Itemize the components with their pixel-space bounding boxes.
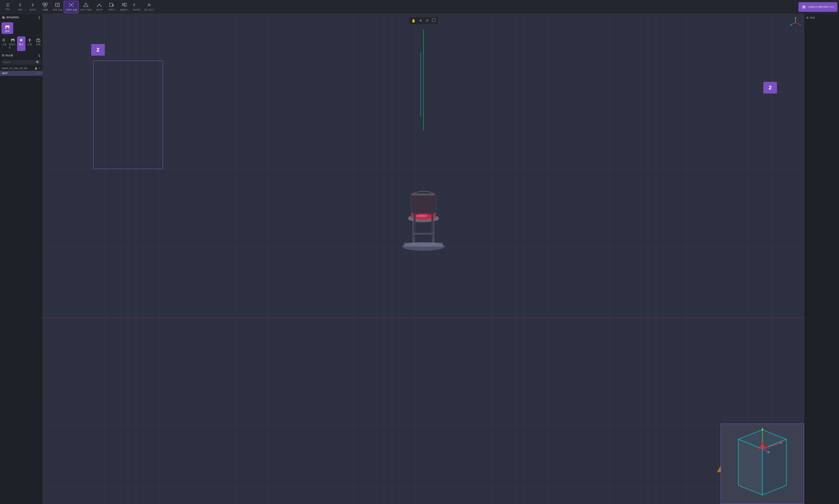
grid-snap-icon [69,3,74,7]
svg-point-9 [69,6,70,6]
svg-rect-62 [404,242,443,247]
svg-rect-39 [38,41,39,42]
sidebar-cat-interior[interactable]: 인테리어 [8,36,17,51]
svg-rect-2 [44,5,46,7]
svg-rect-63 [413,233,434,234]
cut-button[interactable]: 면찰하기 [118,1,130,13]
draw3d-icon [147,3,152,7]
sidebar-cat-nature[interactable]: 자연 [25,36,34,51]
select-tool-btn[interactable] [431,18,437,24]
deploy-icon [802,5,806,9]
grid-snap-button[interactable]: 그리드 스냅 [64,1,79,13]
back-label: 뒤로 [18,8,22,11]
number-badge-2: 2 [763,82,777,93]
special-icon [19,38,23,42]
svg-line-43 [796,22,800,25]
deploy-button[interactable]: 스페이스 배치하러 가기 [799,2,837,12]
draw3d-label: 3D 그리기 [144,8,154,11]
interior-icon [11,38,15,42]
forward-label: 앞으로 [30,8,36,11]
menu-button[interactable]: ☰ 메뉴 [2,1,14,13]
add-face-icon [109,3,114,7]
svg-text:Y: Y [796,17,797,18]
svg-marker-68 [738,439,762,495]
back-icon [18,3,22,7]
svg-rect-37 [11,39,15,40]
main-area: 📚 라이브러리 ❮ SEAT [0,14,839,504]
text3d-button[interactable]: T Text 3D [130,1,143,13]
text3d-label: Text 3D [133,8,140,11]
svg-rect-29 [5,25,9,27]
sidebar-cat-special[interactable]: 특수 [17,36,25,51]
library-item-seat[interactable]: SEAT [2,22,13,34]
library-grid: SEAT [0,21,42,35]
list-title: 리스트 [5,54,13,57]
svg-rect-34 [14,40,15,42]
list-header: ☰ 리스트 ❮ [0,52,42,59]
menu-label: 메뉴 [6,8,10,11]
svg-marker-70 [761,427,764,431]
area-snap-icon [55,3,60,7]
draw3d-button[interactable]: 3D 그리기 [143,1,156,13]
forward-button[interactable]: 앞으로 [26,1,39,13]
eye-icon: 👁 [38,67,40,70]
toolbar: ☰ 메뉴 뒤로 앞으로 그룹화 영역 스냅 그리드 스냅 메쉬 구 [0,0,839,14]
svg-rect-64 [412,194,435,195]
group-button[interactable]: 그룹화 [39,1,51,13]
properties-header: ☰ 속성 [806,16,837,19]
svg-point-56 [416,215,427,217]
add-face-button[interactable]: 면추가 [106,1,118,13]
area-snap-label: 영역 스냅 [53,8,62,11]
svg-point-10 [73,6,73,6]
deform-label: 변조작 [96,8,103,11]
svg-text:Z: Z [790,24,791,26]
library-collapse-btn[interactable]: ❮ [38,16,40,19]
mesh-struct-button[interactable]: 메쉬 구조화 [79,1,93,13]
mesh-struct-icon [84,3,88,7]
library-section: 📚 라이브러리 ❮ SEAT [0,14,42,52]
search-input[interactable] [3,61,35,64]
rotate-tool-btn[interactable]: ↺ [425,18,430,24]
spin-icon [2,38,6,42]
svg-rect-17 [110,3,113,6]
list-item[interactable]: SEAT — 👁 [0,71,42,76]
sidebar-cat-spin[interactable]: 스폰 [0,36,8,51]
library-header: 📚 라이브러리 ❮ [0,14,42,21]
library-title: 라이브러리 [6,16,19,19]
cat-nature-label: 자연 [28,43,32,46]
svg-line-45 [791,22,796,25]
list-section: ☰ 리스트 ❮ 🔍 theme_01_chair_02_low 🔒 👁 [0,52,42,504]
grid-snap-label: 그리드 스냅 [66,8,77,11]
list-item-name: theme_01_chair_02_low [2,67,33,70]
hand-tool-btn[interactable]: ✋ [410,18,417,24]
cut-label: 면찰하기 [120,8,128,11]
deform-button[interactable]: 변조작 [93,1,106,13]
sidebar-cat-arch[interactable]: 건축 [34,36,42,51]
cat-interior-label: 인테리어 [8,43,17,50]
svg-rect-0 [43,3,45,5]
green-axis-line [423,30,424,130]
chair-3d [396,182,451,257]
back-button[interactable]: 뒤로 [14,1,26,13]
deform-icon [97,3,102,7]
cut-icon [122,3,127,7]
list-item[interactable]: theme_01_chair_02_low 🔒 👁 [0,66,42,71]
svg-text:T: T [133,3,135,7]
svg-rect-33 [11,40,12,42]
lock-icon: 🔒 [35,67,37,70]
properties-panel: ☰ 속성 [804,14,839,504]
cat-special-label: 특수 [19,43,23,46]
group-label: 그룹화 [42,8,48,11]
mini-cube-svg [721,424,804,504]
seat-icon [4,24,10,30]
svg-point-16 [99,4,100,5]
area-snap-button[interactable]: 영역 스냅 [51,1,64,13]
list-collapse-btn[interactable]: ❮ [38,54,40,57]
move-tool-btn[interactable]: ✛ [418,18,423,24]
dash-icon: — [35,72,37,75]
number-badge-1: 2 [91,44,105,56]
menu-icon: ☰ [6,3,10,7]
cat-arch-label: 건축 [36,43,40,46]
library-icon: 📚 [2,16,5,19]
cat-spin-label: 스폰 [2,43,6,46]
